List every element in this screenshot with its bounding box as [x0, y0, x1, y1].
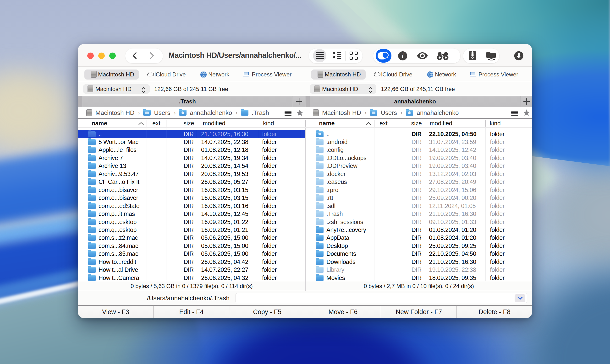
svg-text:i: i	[402, 52, 404, 59]
